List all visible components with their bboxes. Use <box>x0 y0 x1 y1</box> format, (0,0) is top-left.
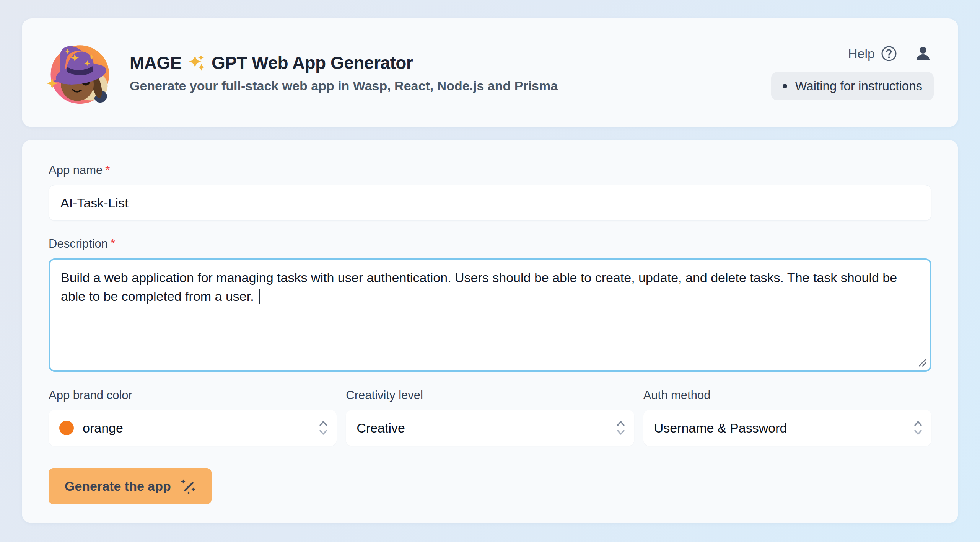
brand-color-label: App brand color <box>49 389 337 402</box>
brand-color-value: orange <box>83 421 123 436</box>
help-link[interactable]: Help <box>848 45 931 62</box>
chevron-updown-icon <box>913 419 923 437</box>
color-swatch <box>59 421 74 435</box>
page-background: { "header": { "title_prefix": "MAGE", "t… <box>0 0 980 542</box>
required-asterisk: * <box>105 163 110 177</box>
auth-method-field: Auth method Username & Password <box>643 389 931 446</box>
page-title-suffix: GPT Web App Generator <box>212 52 413 73</box>
magic-wand-icon <box>179 478 195 494</box>
status-badge: Waiting for instructions <box>771 72 934 100</box>
creativity-label: Creativity level <box>346 389 634 402</box>
text-caret <box>259 289 260 304</box>
page-title: MAGE GPT Web App Generator <box>130 52 558 73</box>
chevron-updown-icon <box>318 419 328 437</box>
generate-button-label: Generate the app <box>65 479 171 494</box>
status-text: Waiting for instructions <box>795 79 922 93</box>
auth-method-label: Auth method <box>643 389 931 402</box>
required-asterisk: * <box>111 237 115 250</box>
creativity-value: Creative <box>357 421 405 436</box>
brand-color-select[interactable]: orange <box>49 410 337 446</box>
app-name-input[interactable] <box>49 185 931 221</box>
help-label[interactable]: Help <box>848 46 875 61</box>
auth-method-select[interactable]: Username & Password <box>643 410 931 446</box>
page-title-prefix: MAGE <box>130 52 182 73</box>
description-text: Build a web application for managing tas… <box>61 270 897 304</box>
creativity-select[interactable]: Creative <box>346 410 634 446</box>
header-card: MAGE GPT Web App Generator Generate your… <box>22 18 958 127</box>
chevron-updown-icon <box>616 419 626 437</box>
creativity-field: Creativity level Creative <box>346 389 634 446</box>
sparkles-icon <box>188 54 205 72</box>
auth-method-value: Username & Password <box>654 421 787 436</box>
generate-button[interactable]: Generate the app <box>49 468 212 504</box>
brand-color-field: App brand color orange <box>49 389 337 446</box>
mage-wizard-logo <box>46 40 112 106</box>
description-label: Description* <box>49 237 931 251</box>
page-subtitle: Generate your full-stack web app in Wasp… <box>130 78 558 93</box>
form-card: App name* Description* Build a web appli… <box>22 140 958 523</box>
help-circle-icon[interactable] <box>881 46 897 62</box>
app-name-label: App name* <box>49 163 110 177</box>
user-avatar-icon[interactable] <box>915 45 931 62</box>
status-dot-icon <box>783 84 787 88</box>
resize-handle-icon[interactable] <box>916 356 927 367</box>
description-textarea[interactable]: Build a web application for managing tas… <box>49 258 931 372</box>
